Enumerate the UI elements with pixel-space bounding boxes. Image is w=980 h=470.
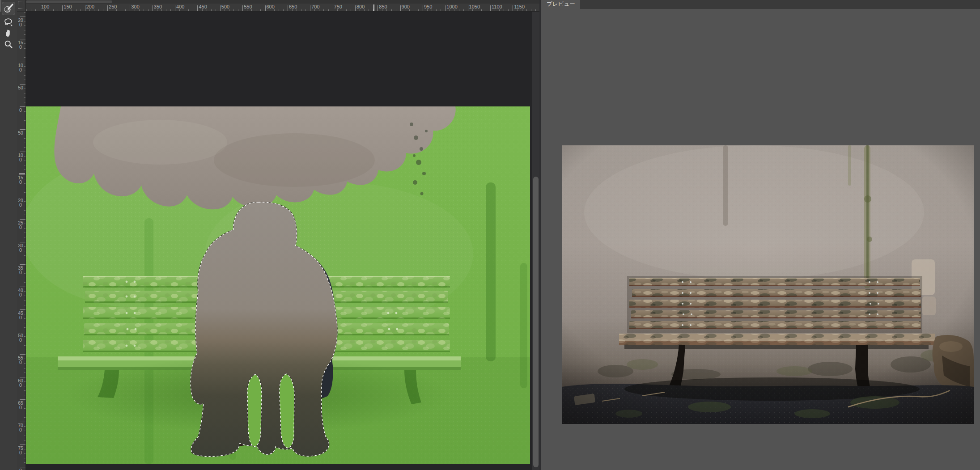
- horizontal-ruler: 1001502002503003504004505005506006507007…: [26, 4, 539, 12]
- h-ruler-tick: [125, 9, 126, 11]
- h-ruler-tick: [139, 9, 140, 11]
- h-ruler-tick: [364, 9, 365, 11]
- h-ruler-tick: [116, 9, 117, 11]
- h-ruler-tick: [323, 9, 324, 11]
- h-ruler-major-tick: [175, 5, 175, 11]
- preview-image: [562, 145, 974, 424]
- h-ruler-label: 1000: [446, 4, 457, 9]
- h-ruler-tick: [238, 9, 238, 11]
- h-ruler-tick: [216, 9, 216, 11]
- h-ruler-tick: [94, 9, 94, 11]
- vertical-scrollbar[interactable]: [532, 12, 539, 470]
- v-ruler-tick: [24, 426, 25, 427]
- v-ruler-tick: [24, 89, 25, 89]
- h-ruler-tick: [179, 9, 180, 11]
- h-ruler-label: 300: [131, 4, 139, 9]
- lasso-tool-button[interactable]: [2, 17, 15, 28]
- v-ruler-label: 600: [18, 378, 23, 387]
- v-ruler-tick: [24, 57, 25, 58]
- v-ruler-major-tick: [20, 219, 25, 220]
- v-ruler-tick: [24, 291, 25, 292]
- h-ruler-tick: [112, 9, 112, 11]
- h-ruler-tick: [396, 9, 396, 11]
- v-ruler-tick: [24, 12, 25, 13]
- h-ruler-tick: [526, 9, 527, 11]
- magnifier-icon: [4, 39, 13, 49]
- v-ruler-label: 550: [18, 356, 23, 364]
- v-ruler-tick: [24, 143, 25, 143]
- vignette: [562, 145, 974, 424]
- v-ruler-tick: [24, 53, 25, 53]
- h-ruler-tick: [319, 9, 319, 11]
- hand-tool-button[interactable]: [2, 28, 15, 38]
- v-ruler-major-tick: [20, 332, 25, 332]
- h-ruler-tick: [369, 9, 369, 11]
- v-ruler-tick: [24, 215, 25, 215]
- h-ruler-tick: [184, 9, 184, 11]
- v-ruler-tick: [24, 417, 25, 418]
- horizontal-scrollbar[interactable]: [26, 0, 539, 4]
- v-ruler-label: 450: [18, 311, 23, 320]
- h-ruler-tick: [481, 9, 482, 11]
- h-ruler-tick: [463, 9, 464, 11]
- h-ruler-label: 450: [199, 4, 207, 9]
- vertical-ruler: 2001501005005010015020025030035040045050…: [17, 0, 26, 470]
- h-ruler-tick: [233, 9, 234, 11]
- h-ruler-tick: [477, 9, 477, 11]
- v-ruler-tick: [24, 183, 25, 184]
- h-ruler-tick: [260, 9, 261, 11]
- v-ruler-tick: [24, 314, 25, 314]
- h-ruler-major-tick: [423, 5, 423, 11]
- h-ruler-tick: [436, 9, 437, 11]
- h-ruler-label: 200: [86, 4, 94, 9]
- v-ruler-major-tick: [20, 129, 25, 130]
- h-ruler-tick: [76, 9, 76, 11]
- v-ruler-tick: [24, 228, 25, 229]
- colorize-brush-tool-button[interactable]: [2, 2, 15, 15]
- h-ruler-tick: [342, 9, 342, 11]
- h-ruler-tick: [418, 9, 419, 11]
- h-ruler-tick: [144, 9, 144, 11]
- v-ruler-label: 50: [18, 131, 23, 135]
- h-ruler-label: 400: [176, 4, 184, 9]
- v-ruler-tick: [24, 237, 25, 237]
- h-ruler-tick: [405, 9, 405, 11]
- horizontal-scrollbar-thumb[interactable]: [26, 0, 112, 3]
- v-ruler-tick: [24, 381, 25, 382]
- h-ruler-tick: [31, 9, 31, 11]
- h-ruler-tick: [35, 9, 36, 11]
- v-ruler-label: 200: [18, 18, 23, 27]
- h-ruler-tick: [504, 9, 504, 11]
- h-ruler-major-tick: [85, 5, 85, 11]
- v-ruler-major-tick: [20, 39, 25, 39]
- v-ruler-major-tick: [20, 399, 25, 400]
- h-ruler-tick: [157, 9, 157, 11]
- v-ruler-tick: [24, 278, 25, 278]
- v-ruler-major-tick: [20, 422, 25, 422]
- h-ruler-major-tick: [107, 5, 108, 11]
- vertical-scrollbar-thumb[interactable]: [533, 177, 539, 467]
- document-canvas[interactable]: [26, 12, 539, 470]
- horizontal-ruler-area: 1001502002503003504004505005506006507007…: [26, 0, 539, 12]
- v-ruler-tick: [24, 404, 25, 404]
- v-ruler-tick: [24, 156, 25, 157]
- h-ruler-tick: [229, 9, 229, 11]
- h-ruler-tick: [495, 9, 495, 11]
- h-ruler-tick: [103, 9, 103, 11]
- h-ruler-major-tick: [220, 5, 221, 11]
- tab-preview[interactable]: プレビュー: [541, 0, 580, 9]
- zoom-tool-button[interactable]: [2, 39, 15, 50]
- v-ruler-label: 250: [18, 220, 23, 229]
- v-ruler-major-tick: [20, 62, 25, 62]
- v-ruler-tick: [24, 336, 25, 337]
- h-ruler-tick: [270, 9, 270, 11]
- v-ruler-tick: [24, 233, 25, 233]
- v-ruler-major-tick: [20, 377, 25, 377]
- h-ruler-tick: [292, 9, 293, 11]
- h-ruler-pointer-marker: [373, 4, 374, 11]
- mask-edit-image[interactable]: [26, 106, 530, 464]
- h-ruler-tick: [499, 9, 500, 11]
- v-ruler-tick: [24, 188, 25, 188]
- v-ruler-tick: [24, 71, 25, 71]
- v-ruler-tick: [24, 296, 25, 296]
